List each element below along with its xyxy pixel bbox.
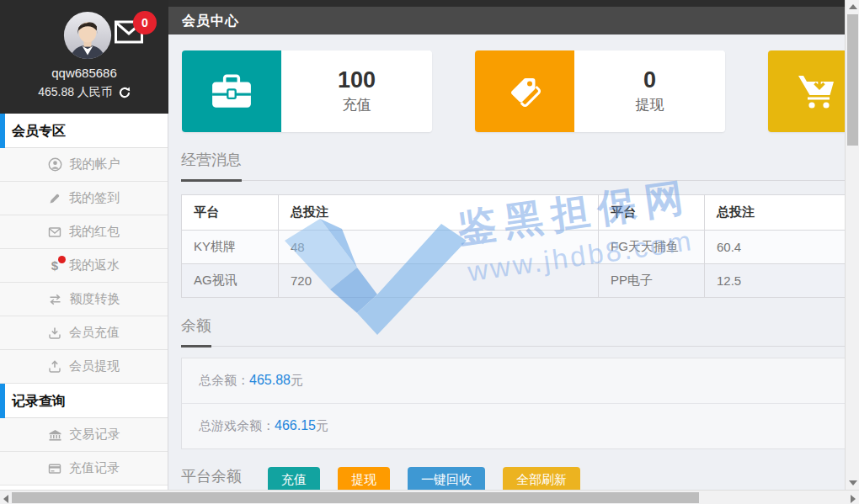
- withdraw-count: 0: [643, 68, 656, 93]
- total-balance-label: 总余额：: [199, 373, 249, 387]
- avatar-image: [63, 11, 112, 60]
- balance-title: 余额: [181, 316, 211, 347]
- sidebar-item-transaction-records[interactable]: 交易记录: [0, 418, 168, 452]
- notification-dot: [58, 256, 66, 263]
- top-strip: [168, 0, 845, 7]
- withdraw-label: 提现: [636, 95, 664, 114]
- sidebar-item-member-deposit[interactable]: 会员充值: [0, 316, 168, 350]
- card-icon: [48, 462, 61, 475]
- withdraw-button[interactable]: 提现: [338, 467, 390, 490]
- deposit-icon: [48, 326, 61, 340]
- pencil-icon: [48, 192, 61, 205]
- sidebar-item-my-signin[interactable]: 我的签到: [0, 182, 168, 215]
- horizontal-scroll-thumb[interactable]: [12, 492, 699, 503]
- scroll-right-arrow[interactable]: [851, 495, 856, 503]
- deposit-button[interactable]: 充值: [268, 467, 320, 490]
- avatar[interactable]: [63, 11, 112, 60]
- sidebar-item-quota-transfer[interactable]: 额度转换: [0, 283, 168, 316]
- total-game-balance-label: 总游戏余额：: [199, 418, 275, 432]
- refresh-all-button[interactable]: 全部刷新: [503, 467, 580, 490]
- scroll-left-arrow[interactable]: [3, 495, 8, 503]
- total-game-balance-value: 466.15: [275, 418, 316, 432]
- table-row: KY棋牌 48 FG天天捕鱼 60.4: [182, 231, 846, 264]
- dollar-icon: $: [48, 259, 61, 273]
- deposit-count: 100: [338, 68, 376, 93]
- unit: 元: [316, 418, 328, 432]
- bank-icon: [48, 428, 62, 442]
- sidebar-section-records: 记录查询: [0, 384, 168, 418]
- total-game-balance-row: 总游戏余额：466.15元: [182, 403, 845, 448]
- sidebar-profile-panel: 0 qqw685686 465.88 人民币: [0, 0, 168, 114]
- bet-total-cell: 720: [279, 264, 599, 298]
- deposit-summary-card: 100 充值: [182, 50, 432, 132]
- total-balance-row: 总余额：465.88元: [182, 358, 845, 403]
- bet-total-cell: 60.4: [705, 231, 846, 264]
- platform-balance-title: 平台余额: [181, 466, 242, 490]
- username: qqw685686: [0, 66, 168, 80]
- page-title: 会员中心: [168, 7, 845, 34]
- horizontal-scrollbar[interactable]: [0, 490, 859, 504]
- platform-cell: KY棋牌: [182, 231, 279, 264]
- scroll-up-arrow[interactable]: [849, 4, 857, 9]
- sidebar-item-my-account[interactable]: 我的帐户: [0, 148, 168, 182]
- user-icon: [48, 157, 62, 172]
- deposit-label: 充值: [343, 95, 371, 114]
- sidebar: 0 qqw685686 465.88 人民币 会员专区 我的帐户: [0, 0, 168, 490]
- business-news-header: 经营消息: [181, 150, 845, 181]
- cart-download-icon: [768, 50, 845, 132]
- envelope-icon: [48, 225, 61, 239]
- sidebar-item-member-withdraw[interactable]: 会员提现: [0, 350, 168, 384]
- business-table: 平台 总投注 平台 总投注 KY棋牌 48 FG天天捕鱼 60.4 AG视讯 7…: [181, 194, 845, 298]
- business-news-title: 经营消息: [181, 150, 242, 182]
- unit: 元: [291, 373, 303, 387]
- mail-badge: 0: [133, 11, 157, 34]
- briefcase-icon: [182, 50, 281, 132]
- sidebar-item-my-redpacket[interactable]: 我的红包: [0, 215, 168, 249]
- vertical-scrollbar[interactable]: [845, 0, 859, 490]
- transfer-icon: [48, 293, 62, 306]
- platform-cell: AG视讯: [182, 264, 279, 298]
- balance-box: 总余额：465.88元 总游戏余额：466.15元: [181, 358, 845, 449]
- refresh-icon[interactable]: [119, 87, 131, 98]
- withdraw-icon: [48, 360, 61, 374]
- member-center-page: 0 qqw685686 465.88 人民币 会员专区 我的帐户: [0, 0, 859, 504]
- table-row: AG视讯 720 PP电子 12.5: [182, 264, 846, 298]
- business-table-header-row: 平台 总投注 平台 总投注: [182, 195, 846, 231]
- bet-total-cell: 12.5: [705, 264, 846, 298]
- sidebar-section-member: 会员专区: [0, 114, 168, 148]
- withdraw-summary-card: 0 提现: [475, 50, 725, 132]
- balance-header: 余额: [181, 316, 845, 347]
- platform-balance-header: 平台余额 充值 提现 一键回收 全部刷新: [181, 466, 845, 490]
- column-header: 平台: [599, 195, 705, 231]
- platform-cell: PP电子: [599, 264, 705, 298]
- column-header: 总投注: [705, 195, 846, 231]
- main-content: 会员中心 100 充值: [168, 0, 845, 490]
- summary-cards: 100 充值 0 提现: [182, 50, 845, 132]
- vertical-scroll-thumb[interactable]: [847, 14, 858, 146]
- sidebar-item-my-rebate[interactable]: $ 我的返水: [0, 249, 168, 283]
- total-balance-value: 465.88: [249, 373, 291, 387]
- platform-cell: FG天天捕鱼: [599, 231, 705, 264]
- scroll-down-arrow[interactable]: [849, 480, 857, 485]
- column-header: 平台: [182, 195, 279, 231]
- column-header: 总投注: [279, 195, 599, 231]
- user-balance: 465.88 人民币: [0, 85, 168, 100]
- user-balance-text: 465.88 人民币: [38, 85, 113, 100]
- one-key-recycle-button[interactable]: 一键回收: [408, 467, 485, 490]
- tags-icon: [475, 50, 574, 132]
- bet-total-cell: 48: [279, 231, 599, 264]
- cart-summary-card: [768, 50, 845, 132]
- sidebar-item-deposit-records[interactable]: 充值记录: [0, 452, 168, 485]
